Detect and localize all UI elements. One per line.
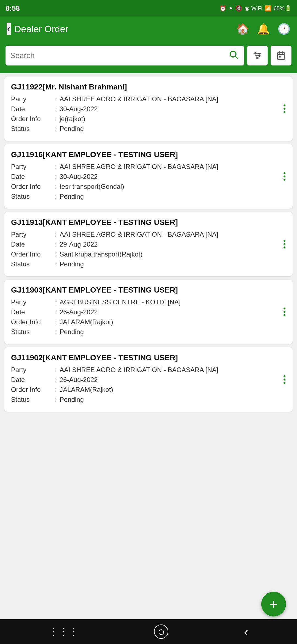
party-value: AAI SHREE AGRO & IRRIGATION - BAGASARA [… [60,366,286,374]
home-nav-icon[interactable]: ○ [154,624,168,639]
status-row: Status : Pending [11,396,286,403]
orderinfo-row: Order Info : JALARAM(Rajkot) [11,318,286,326]
status-label: Status [11,396,55,403]
date-row: Date : 30-Aug-2022 [11,105,286,113]
wifi-icon: WiFi [251,5,262,12]
app-bar-actions: 🏠 🔔 🕐 [236,23,290,35]
status-label: Status [11,260,55,268]
dot-3 [284,382,285,384]
orderinfo-value: tesr transport(Gondal) [60,183,286,190]
party-label: Party [11,231,55,238]
orderinfo-colon: : [55,115,57,123]
order-title: GJ11913[KANT EMPLOYEE - TESTING USER] [11,218,286,227]
orderinfo-value: je(rajkot) [60,115,286,123]
search-button[interactable] [227,48,240,63]
date-colon: : [55,376,57,384]
dot-3 [284,247,285,249]
home-icon[interactable]: 🏠 [236,23,249,35]
party-row: Party : AAI SHREE AGRO & IRRIGATION - BA… [11,231,286,238]
status-label: Status [11,328,55,336]
dot-3 [284,111,285,113]
battery-icon: 65%🔋 [274,5,292,12]
bottom-nav-bar: ⋮⋮⋮ ○ ‹ [0,619,297,644]
status-label: Status [11,125,55,133]
date-label: Date [11,105,55,113]
order-card: GJ11913[KANT EMPLOYEE - TESTING USER] Pa… [4,212,293,276]
status-value: Pending [60,125,286,133]
order-title: GJ11902[KANT EMPLOYEE - TESTING USER] [11,353,286,362]
back-button[interactable]: ‹ [7,23,11,35]
date-label: Date [11,241,55,248]
order-menu-button[interactable] [281,170,288,183]
status-value: Pending [60,193,286,200]
filter-button[interactable] [247,46,268,66]
alarm-icon: ⏰ [219,5,226,12]
orderinfo-value: JALARAM(Rajkot) [60,318,286,326]
party-row: Party : AAI SHREE AGRO & IRRIGATION - BA… [11,366,286,374]
status-colon: : [55,328,57,336]
orderinfo-label: Order Info [11,386,55,394]
app-bar: ‹ Dealer Order 🏠 🔔 🕐 [0,17,297,41]
party-row: Party : AAI SHREE AGRO & IRRIGATION - BA… [11,163,286,171]
order-menu-button[interactable] [281,373,288,386]
history-icon[interactable]: 🕐 [277,23,290,35]
orderinfo-row: Order Info : je(rajkot) [11,115,286,123]
party-value: AAI SHREE AGRO & IRRIGATION - BAGASARA [… [60,163,286,171]
plus-icon: + [270,597,277,611]
date-value: 30-Aug-2022 [60,173,286,181]
orderinfo-value: Sant krupa transport(Rajkot) [60,250,286,258]
party-label: Party [11,298,55,306]
date-row: Date : 26-Aug-2022 [11,376,286,384]
dot-1 [284,240,285,242]
date-label: Date [11,173,55,181]
dot-1 [284,308,285,310]
dot-3 [284,179,285,181]
orderinfo-colon: : [55,386,57,394]
orderinfo-label: Order Info [11,115,55,123]
app-bar-left: ‹ Dealer Order [7,23,68,35]
status-row: Status : Pending [11,193,286,200]
party-colon: : [55,366,57,374]
svg-point-5 [255,53,256,54]
add-order-fab[interactable]: + [261,592,286,616]
status-value: Pending [60,328,286,336]
date-value: 29-Aug-2022 [60,241,286,248]
order-menu-button[interactable] [281,102,288,115]
party-value: AAI SHREE AGRO & IRRIGATION - BAGASARA [… [60,95,286,103]
dot-1 [284,375,285,377]
dot-2 [284,379,285,381]
date-row: Date : 26-Aug-2022 [11,308,286,316]
date-row: Date : 30-Aug-2022 [11,173,286,181]
status-colon: : [55,125,57,133]
order-menu-button[interactable] [281,305,288,318]
date-value: 26-Aug-2022 [60,308,286,316]
party-label: Party [11,95,55,103]
party-colon: : [55,163,57,171]
notification-icon[interactable]: 🔔 [257,23,270,35]
page-title: Dealer Order [14,24,68,34]
status-value: Pending [60,396,286,403]
search-input[interactable] [10,51,227,60]
party-colon: : [55,231,57,238]
party-value: AGRI BUSINESS CENTRE - KOTDI [NA] [60,298,286,306]
date-row: Date : 29-Aug-2022 [11,241,286,248]
status-label: Status [11,193,55,200]
calendar-button[interactable] [271,46,292,66]
orderinfo-row: Order Info : Sant krupa transport(Rajkot… [11,250,286,258]
orderinfo-colon: : [55,318,57,326]
status-value: Pending [60,260,286,268]
status-row: Status : Pending [11,125,286,133]
status-bar: 8:58 ⏰ ✦ 🔇 ◉ WiFi 📶 65%🔋 [0,0,297,17]
date-label: Date [11,376,55,384]
svg-point-7 [257,57,258,59]
dot-3 [284,314,285,316]
date-colon: : [55,173,57,181]
order-menu-button[interactable] [281,238,288,251]
location-icon: ◉ [244,5,249,12]
svg-line-1 [235,56,238,59]
recents-icon[interactable]: ⋮⋮⋮ [49,626,78,637]
party-row: Party : AAI SHREE AGRO & IRRIGATION - BA… [11,95,286,103]
status-icons: ⏰ ✦ 🔇 ◉ WiFi 📶 65%🔋 [219,5,292,12]
back-nav-icon[interactable]: ‹ [244,624,248,639]
order-card: GJ11902[KANT EMPLOYEE - TESTING USER] Pa… [4,347,293,412]
